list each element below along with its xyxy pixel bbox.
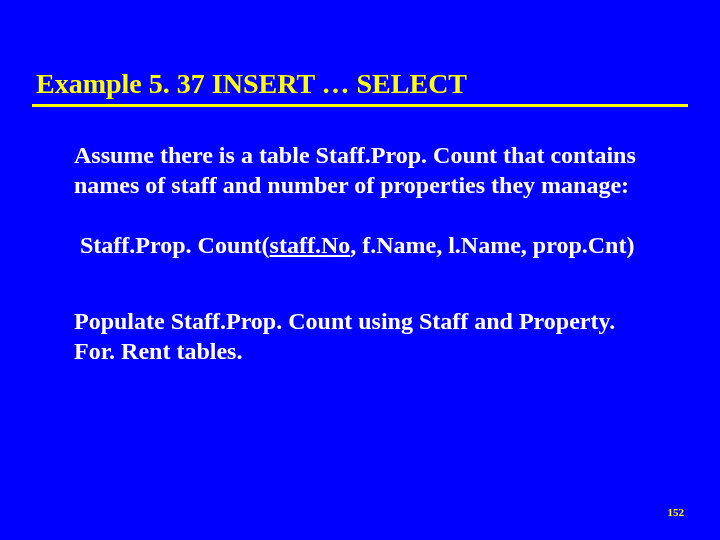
title-block: Example 5. 37 INSERT … SELECT: [32, 68, 688, 107]
schema-definition: Staff.Prop. Count(staff.No, f.Name, l.Na…: [80, 230, 660, 260]
page-number: 152: [668, 506, 685, 518]
schema-prefix: Staff.Prop. Count(: [80, 232, 270, 258]
paragraph-intro: Assume there is a table Staff.Prop. Coun…: [74, 140, 660, 200]
title-underline: [32, 104, 688, 107]
schema-primary-key: staff.No: [270, 232, 351, 258]
schema-rest: , f.Name, l.Name, prop.Cnt): [350, 232, 634, 258]
paragraph-task: Populate Staff.Prop. Count using Staff a…: [74, 306, 660, 366]
slide-title: Example 5. 37 INSERT … SELECT: [32, 68, 688, 104]
slide-content: Assume there is a table Staff.Prop. Coun…: [74, 140, 660, 366]
